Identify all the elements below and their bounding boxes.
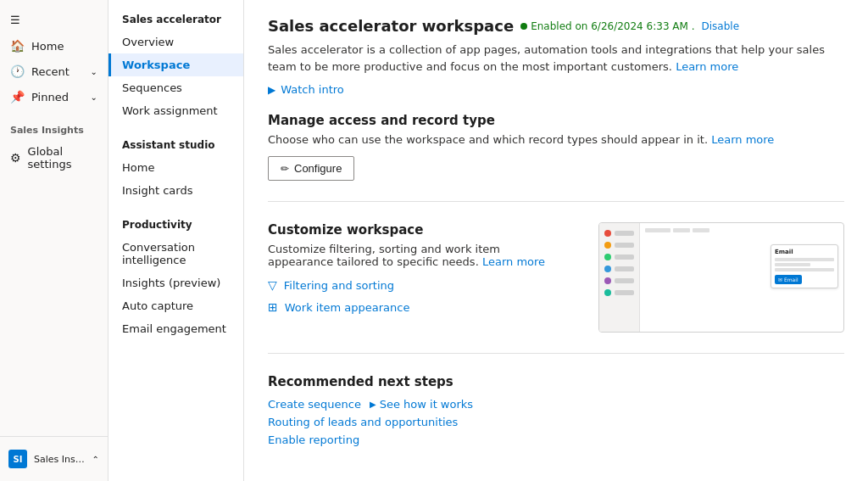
nav-item-global-settings[interactable]: ⚙ Global settings [0,139,108,176]
preview-line-2 [615,243,634,248]
customize-workspace-title: Customize workspace [268,222,565,238]
nav-item-home-label: Home [31,40,64,53]
filter-icon: ▽ [268,278,277,292]
filtering-sorting-link[interactable]: ▽ Filtering and sorting [268,278,565,292]
hamburger-icon: ☰ [10,14,20,26]
manage-access-desc: Choose who can use the workspace and whi… [268,133,776,146]
customize-left: Customize workspace Customize filtering,… [268,222,565,314]
gear-icon: ⚙ [10,151,21,165]
customize-workspace-section: Customize workspace Customize filtering,… [268,222,844,354]
hamburger-menu[interactable]: ☰ [0,7,108,33]
mid-nav-item-conversation-intelligence[interactable]: Conversation intelligence [108,236,243,271]
preview-box: Email ✉ Email [598,222,844,333]
enabled-badge: Enabled on 6/26/2024 6:33 AM . [520,20,694,32]
watch-intro-label: Watch intro [281,83,344,96]
description-learn-more-link[interactable]: Learn more [676,60,738,73]
mid-nav-item-insights-preview[interactable]: Insights (preview) [108,271,243,294]
preview-dot-blue [604,266,611,272]
chevron-down-icon: ⌄ [91,67,97,76]
preview-main: Email ✉ Email [640,223,843,332]
middle-navigation: Sales accelerator Overview Workspace Seq… [108,0,244,481]
preview-sidebar [599,223,640,332]
preview-dot-row-2 [604,242,634,249]
mid-nav-item-email-engagement[interactable]: Email engagement [108,317,243,340]
pencil-icon: ✏ [281,163,289,175]
preview-dot-row-4 [604,266,634,272]
grid-icon: ⊞ [268,300,278,314]
sales-insights-section-label: Sales Insights [0,116,108,139]
play-icon: ▶ [268,84,275,96]
manage-access-title: Manage access and record type [268,113,844,128]
pin-icon: 📌 [10,90,25,103]
global-settings-label: Global settings [28,145,97,171]
manage-access-learn-more-link[interactable]: Learn more [711,133,774,146]
mid-nav-item-auto-capture[interactable]: Auto capture [108,294,243,317]
chevron-down-icon: ⌄ [91,92,97,102]
preview-dot-row-1 [604,230,634,237]
sales-insights-settings-item[interactable]: SI Sales Insights sett... ⌃ [0,444,108,474]
nav-item-pinned-label: Pinned [31,91,69,103]
enable-reporting-link[interactable]: Enable reporting [268,433,359,446]
preview-line-3 [615,254,634,260]
mid-nav-item-overview[interactable]: Overview [108,31,243,53]
mid-nav-item-workspace[interactable]: Workspace [108,53,243,76]
recommended-next-steps-section: Recommended next steps Create sequence ▶… [268,374,844,446]
recent-icon: 🕐 [10,64,25,78]
preview-dot-row-3 [604,254,634,260]
page-description: Sales accelerator is a collection of app… [268,42,844,75]
mid-nav-item-assistant-home[interactable]: Home [108,156,243,179]
work-item-appearance-link[interactable]: ⊞ Work item appearance [268,300,565,314]
home-icon: 🏠 [10,39,25,53]
preview-email-lines [775,258,834,271]
enabled-dot [520,23,527,30]
mid-nav-section-assistant-studio: Assistant studio Home Insight cards [108,136,243,202]
mid-nav-item-work-assignment[interactable]: Work assignment [108,99,243,122]
mid-nav-section-title-sales-accelerator: Sales accelerator [108,10,243,31]
next-steps-title: Recommended next steps [268,374,844,389]
configure-button[interactable]: ✏ Configure [268,156,354,181]
nav-item-pinned[interactable]: 📌 Pinned ⌄ [0,84,108,109]
customize-actions: ▽ Filtering and sorting ⊞ Work item appe… [268,278,565,314]
preview-line-4 [615,266,634,271]
preview-toolbar-item-3 [693,228,709,232]
mid-nav-item-sequences[interactable]: Sequences [108,76,243,99]
create-sequence-link[interactable]: Create sequence [268,398,361,411]
main-content: Sales accelerator workspace Enabled on 6… [244,0,868,481]
preview-dot-teal [604,289,611,296]
preview-email-button: ✉ Email [775,275,802,284]
work-item-appearance-label: Work item appearance [285,301,410,314]
preview-email-line-1 [775,258,834,261]
customize-workspace-desc: Customize filtering, sorting and work it… [268,243,565,268]
preview-toolbar-item-2 [673,228,690,232]
preview-line-6 [615,290,634,295]
watch-intro-link[interactable]: ▶ Watch intro [268,83,844,96]
mid-nav-section-title-productivity: Productivity [108,215,243,236]
next-steps-links: Create sequence ▶ See how it works Routi… [268,398,844,446]
preview-toolbar-item-1 [645,228,670,232]
preview-email-container: Email ✉ Email [645,244,838,288]
si-settings-label: Sales Insights sett... [34,454,86,465]
customize-learn-more-link[interactable]: Learn more [482,255,545,268]
preview-email-line-3 [775,268,834,271]
si-badge: SI [8,450,27,468]
preview-line-5 [615,278,634,283]
nav-item-recent[interactable]: 🕐 Recent ⌄ [0,59,108,84]
routing-link[interactable]: Routing of leads and opportunities [268,416,458,428]
disable-link[interactable]: Disable [702,20,740,32]
see-how-it-works-link[interactable]: ▶ See how it works [370,398,473,411]
preview-dot-red [604,230,611,237]
mid-nav-item-insight-cards[interactable]: Insight cards [108,179,243,202]
preview-line-1 [615,231,634,236]
nav-item-home[interactable]: 🏠 Home [0,33,108,59]
preview-dot-purple [604,277,611,284]
preview-toolbar [645,228,838,232]
preview-email-line-2 [775,263,810,266]
mid-nav-section-productivity: Productivity Conversation intelligence I… [108,215,243,340]
preview-email-card: Email ✉ Email [771,244,838,288]
left-navigation: ☰ 🏠 Home 🕐 Recent ⌄ 📌 Pinned ⌄ Sales Ins… [0,0,108,481]
customize-row: Customize workspace Customize filtering,… [268,222,844,333]
workspace-preview: Email ✉ Email [598,222,844,333]
page-title: Sales accelerator workspace [268,17,514,35]
mid-nav-section-title-assistant-studio: Assistant studio [108,136,243,156]
preview-dot-row-6 [604,289,634,296]
